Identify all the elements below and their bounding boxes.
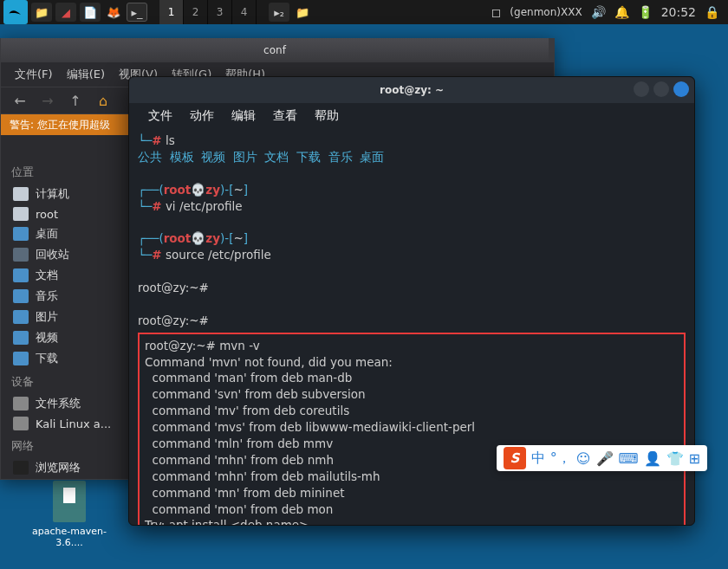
sidebar-kali-disk[interactable]: Kali Linux a... (4, 414, 127, 433)
ime-skin-icon[interactable]: 👕 (666, 450, 684, 467)
ime-lang[interactable]: 中 (531, 449, 545, 468)
home-button[interactable]: ⌂ (93, 90, 114, 111)
clock[interactable]: 20:52 (661, 5, 696, 19)
sidebar-root[interactable]: root (4, 204, 127, 223)
sidebar-videos[interactable]: 视频 (4, 327, 127, 348)
battery-icon[interactable]: 🔋 (638, 5, 653, 19)
workspace-4[interactable]: 4 (232, 0, 257, 24)
term-menu-file[interactable]: 文件 (141, 106, 179, 126)
term-menubar: 文件 动作 编辑 查看 帮助 (129, 103, 694, 129)
places-header: 位置 (4, 159, 127, 184)
sidebar-browse-network[interactable]: 浏览网络 (4, 457, 127, 478)
kali-menu-icon[interactable] (3, 0, 28, 24)
ime-punct-icon[interactable]: °， (550, 449, 571, 468)
sidebar-filesystem[interactable]: 文件系统 (4, 393, 127, 414)
error-highlight-box: root@zy:~# mvn -v Command 'mvn' not foun… (138, 333, 686, 525)
archive-icon (53, 481, 86, 522)
term-menu-edit[interactable]: 编辑 (224, 106, 263, 126)
network-header: 网络 (4, 433, 127, 457)
taskbar-window-1[interactable]: ▸₂ (269, 3, 289, 22)
sidebar-music[interactable]: 音乐 (4, 286, 127, 307)
tray-icon[interactable]: ◻ (491, 5, 502, 19)
desktop-file[interactable]: apache-maven-3.6.... (30, 481, 108, 548)
close-button[interactable] (673, 81, 689, 97)
volume-icon[interactable]: 🔊 (591, 5, 606, 19)
sidebar-downloads[interactable]: 下载 (4, 348, 127, 369)
app-shortcut-3[interactable]: 📄 (80, 3, 101, 22)
fm-titlebar[interactable]: conf (1, 38, 554, 62)
terminal-shortcut-icon[interactable]: ▸_ (127, 3, 147, 22)
app-shortcut-1[interactable]: 📁 (31, 3, 52, 22)
workspace-switcher: 1 2 3 4 (159, 0, 257, 24)
genmon-text: (genmon)XXX (510, 6, 582, 18)
desktop-file-label: apache-maven-3.6.... (30, 526, 108, 548)
devices-header: 设备 (4, 369, 127, 393)
ime-logo-icon[interactable]: S (504, 447, 526, 469)
taskbar-right: ◻ (genmon)XXX 🔊 🔔 🔋 20:52 🔒 (491, 5, 728, 19)
notification-icon[interactable]: 🔔 (614, 5, 629, 19)
up-button[interactable]: ↑ (65, 90, 86, 111)
fm-sidebar: 位置 计算机 root 桌面 回收站 文档 音乐 图片 视频 下载 设备 文件系… (1, 159, 131, 479)
term-menu-help[interactable]: 帮助 (308, 106, 346, 126)
back-button[interactable]: ← (10, 90, 30, 111)
fm-title-text: conf (263, 44, 286, 56)
taskbar-window-2[interactable]: 📁 (293, 3, 312, 22)
sidebar-desktop[interactable]: 桌面 (4, 223, 127, 244)
ime-voice-icon[interactable]: 🎤 (596, 450, 614, 467)
term-menu-action[interactable]: 动作 (183, 106, 221, 126)
ime-keyboard-icon[interactable]: ⌨ (619, 450, 639, 467)
term-menu-view[interactable]: 查看 (266, 106, 304, 126)
window-controls (634, 81, 689, 97)
forward-button[interactable]: → (37, 90, 58, 111)
term-title-text: root@zy: ~ (380, 84, 444, 96)
workspace-2[interactable]: 2 (184, 0, 208, 24)
app-shortcut-2[interactable]: ◢ (55, 3, 76, 22)
taskbar: 📁 ◢ 📄 🦊 ▸_ 1 2 3 4 ▸₂ 📁 ◻ (genmon)XXX 🔊 … (0, 0, 728, 24)
maximize-button[interactable] (653, 81, 669, 97)
firefox-icon[interactable]: 🦊 (104, 3, 123, 22)
ime-toolbar[interactable]: S 中 °， ☺ 🎤 ⌨ 👤 👕 ⊞ (497, 445, 707, 471)
workspace-1[interactable]: 1 (159, 0, 184, 24)
ime-user-icon[interactable]: 👤 (644, 450, 661, 467)
sidebar-trash[interactable]: 回收站 (4, 244, 127, 265)
taskbar-left: 📁 ◢ 📄 🦊 ▸_ 1 2 3 4 ▸₂ 📁 (0, 0, 312, 24)
lock-icon[interactable]: 🔒 (705, 5, 719, 19)
ime-face-icon[interactable]: ☺ (576, 450, 591, 467)
minimize-button[interactable] (634, 81, 649, 97)
workspace-3[interactable]: 3 (208, 0, 232, 24)
fm-menu-file[interactable]: 文件(F) (10, 64, 58, 85)
sidebar-computer[interactable]: 计算机 (4, 184, 127, 204)
fm-menu-edit[interactable]: 编辑(E) (62, 64, 110, 85)
sidebar-documents[interactable]: 文档 (4, 265, 127, 286)
sidebar-pictures[interactable]: 图片 (4, 307, 127, 327)
ime-grid-icon[interactable]: ⊞ (689, 450, 700, 467)
term-titlebar[interactable]: root@zy: ~ (129, 77, 694, 103)
